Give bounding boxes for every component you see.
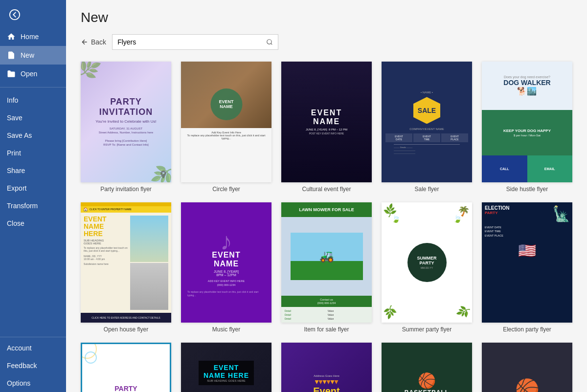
event-here-title: EVENTNAME HERE [203, 364, 249, 379]
dog-sub: Does your dog need exercise? [503, 75, 550, 79]
template-event-name-here[interactable]: EVENTNAME HERE SUB HEADING GOES HERE 📅 D… [181, 343, 271, 392]
sale-company-name: COMPANY/EVENT NAME [409, 128, 444, 131]
template-cultural-event[interactable]: EVENT NAME JUNE 8, [YEAR] 8 PM – 12 PM P… [281, 62, 372, 193]
svg-point-3 [267, 40, 271, 44]
template-event-purple[interactable]: Address Goes Here Event Name SUB HEADING… [281, 343, 372, 392]
search-button[interactable] [261, 35, 278, 49]
party-inv-details: SATURDAY, 31 AUGUSTStreet Address, Numbe… [99, 127, 153, 147]
dog-middle-text: KEEP YOUR DOG HAPPY$ per hour / Mon-Sat [503, 129, 551, 137]
mower-image: 🚜 [291, 233, 363, 280]
dog-email-button[interactable]: EMAIL [527, 155, 573, 182]
template-circle-flyer[interactable]: EVENTNAME Add Key Event Info HereTo repl… [181, 62, 271, 193]
template-basketball-block[interactable]: 🏀 BASKETBALL BLOCK PARTY DDMONTH Players… [382, 343, 472, 392]
sidebar-item-open-label: Open [21, 70, 37, 78]
toolbar: Back [81, 34, 572, 50]
sidebar-item-close[interactable]: Close [0, 215, 66, 232]
summer-leaf6: 🍃 [453, 215, 462, 223]
template-sale-flyer-label: Sale flyer [414, 186, 439, 193]
dog-top: Does your dog need exercise? DOG WALKER … [482, 62, 572, 110]
cultural-date: JUNE 8, [YEAR] 8 PM – 12 PM [306, 128, 347, 131]
election-party: PARTY [485, 211, 550, 215]
main-content: New Back 🌿 🌿 PARTYIN [66, 0, 587, 392]
item-sale-img: 🚜 [281, 217, 372, 296]
leaf-decoration: 🌿 [81, 62, 103, 82]
sidebar: Home New Open Info Save Save As Print Sh… [0, 0, 66, 392]
openhouse-addr: Subdivision name here [84, 262, 128, 266]
sidebar-item-save-as[interactable]: Save As [0, 127, 66, 144]
template-party-invitation-2[interactable]: PARTYINVITATION YOU'RE INVITED TO CELEBR… [81, 343, 171, 392]
template-summer-party[interactable]: 🌿 🌴 🌿 🌿 🍃 🍃 SUMMER PARTY MM.DD.YY Summer… [382, 202, 472, 333]
template-open-house-label: Open house flyer [104, 326, 148, 333]
pin-icon [158, 170, 168, 179]
template-sale-flyer[interactable]: • NAME • SALE COMPANY/EVENT NAME EVENTDA… [382, 62, 472, 193]
template-cultural-event-label: Cultural event flyer [302, 186, 351, 193]
election-statue: 🗽 [552, 205, 569, 222]
search-icon [266, 39, 273, 45]
home-icon [7, 32, 16, 41]
sidebar-item-transform[interactable]: Transform [0, 197, 66, 215]
back-button[interactable]: Back [81, 38, 106, 46]
music-body: To replace any placeholder text touch on… [185, 290, 268, 298]
summer-date: MM.DD.YY [421, 266, 433, 269]
music-subtitle: JUNE 8, [YEAR]8PM – 12PM [214, 270, 239, 277]
template-election-party[interactable]: ELECTION PARTY 🗽 EVENT DATEEVENT TIMEEVE… [482, 202, 572, 333]
template-election-party-label: Election party flyer [503, 326, 551, 333]
item-sale-details-table: DetailValue DetailValue DetailValue [284, 308, 369, 321]
openhouse-img2 [130, 263, 168, 310]
music-title: EVENTNAME [212, 251, 240, 268]
new-doc-icon [7, 51, 16, 60]
openhouse-body: EVENTNAMEHERE SUB HEADINGGOES HERE To re… [81, 213, 171, 313]
template-side-hustle[interactable]: Does your dog need exercise? DOG WALKER … [482, 62, 572, 193]
bball-ball: 🏀 [418, 372, 436, 389]
template-item-sale-label: Item for sale flyer [304, 326, 349, 333]
sidebar-item-info[interactable]: Info [0, 91, 66, 109]
template-grid: 🌿 🌿 PARTYINVITATION You're Invited to Ce… [81, 62, 572, 392]
svg-point-0 [10, 10, 20, 20]
template-party-invitation-label: Party invitation flyer [100, 186, 152, 193]
sidebar-item-share[interactable]: Share [0, 162, 66, 179]
sidebar-item-save[interactable]: Save [0, 109, 66, 127]
sidebar-item-feedback[interactable]: Feedback [0, 357, 66, 374]
openhouse-right [130, 216, 168, 310]
openhouse-small: To replace any placeholder text touch on… [84, 246, 128, 253]
openhouse-left: EVENTNAMEHERE SUB HEADINGGOES HERE To re… [84, 216, 128, 310]
event-here-box: EVENTNAME HERE SUB HEADING GOES HERE [199, 361, 254, 385]
template-party-invitation[interactable]: 🌿 🌿 PARTYINVITATION You're Invited to Ce… [81, 62, 171, 193]
sidebar-item-new-label: New [21, 51, 34, 59]
sidebar-item-home-label: Home [21, 33, 39, 41]
summer-text1: SUMMER [417, 256, 437, 261]
sale-details: ——— Details ——— ——————————— ——————————— [394, 146, 460, 154]
sidebar-item-home[interactable]: Home [0, 27, 66, 46]
template-basketball-tournament[interactable]: 🏀 BASKETBALLTOURNAMENT 28 DEC Info here … [482, 343, 572, 392]
sidebar-item-export[interactable]: Export [0, 179, 66, 197]
election-top: ELECTION PARTY 🗽 [485, 205, 569, 222]
back-circle-button[interactable] [4, 4, 25, 25]
summer-leaf4: 🌿 [455, 304, 472, 320]
event-here-sub: SUB HEADING GOES HERE [203, 379, 249, 382]
bball-t-top: 🏀 [482, 343, 572, 392]
sidebar-item-print[interactable]: Print [0, 144, 66, 162]
openhouse-img1 [130, 216, 168, 262]
election-details: EVENT DATEEVENT TIMEEVENT PLACE [485, 225, 569, 238]
sidebar-item-options[interactable]: Options [0, 374, 66, 392]
openhouse-top-bar [81, 202, 171, 206]
template-item-sale[interactable]: LAWN MOWER FOR SALE 🚜 Contact us (000) 0… [281, 202, 372, 333]
dog-middle: KEEP YOUR DOG HAPPY$ per hour / Mon-Sat [482, 110, 572, 156]
summer-text2: PARTY [420, 261, 434, 265]
cultural-evt-line1: EVENT [306, 109, 347, 117]
sidebar-item-account[interactable]: Account [0, 339, 66, 357]
bball-text: BASKETBALL BLOCK PARTY [405, 389, 449, 392]
search-input[interactable] [113, 35, 261, 49]
purple-event-name1: Event [313, 386, 339, 392]
dog-call-button[interactable]: CALL [482, 155, 527, 182]
circle-bottom-text: Add Key Event Info HereTo replace any pl… [181, 128, 271, 143]
template-open-house[interactable]: 🏠 CLICK TO ENTER PROPERTY NAME EVENTNAME… [81, 202, 171, 333]
openhouse-date: NAME, DD, YYY10:00 am - 4:00 pm [84, 255, 128, 261]
item-sale-table: DetailValue DetailValue DetailValue [281, 307, 372, 323]
back-label: Back [91, 38, 106, 46]
template-music-flyer[interactable]: ♪ EVENTNAME JUNE 8, [YEAR]8PM – 12PM ADD… [181, 202, 271, 333]
sidebar-item-open[interactable]: Open [0, 65, 66, 83]
sidebar-item-new[interactable]: New [0, 46, 66, 65]
item-sale-contact-link: Contact us [284, 298, 369, 301]
sale-grid: EVENTDATE EVENTTIME EVENTPLACE [385, 133, 468, 142]
